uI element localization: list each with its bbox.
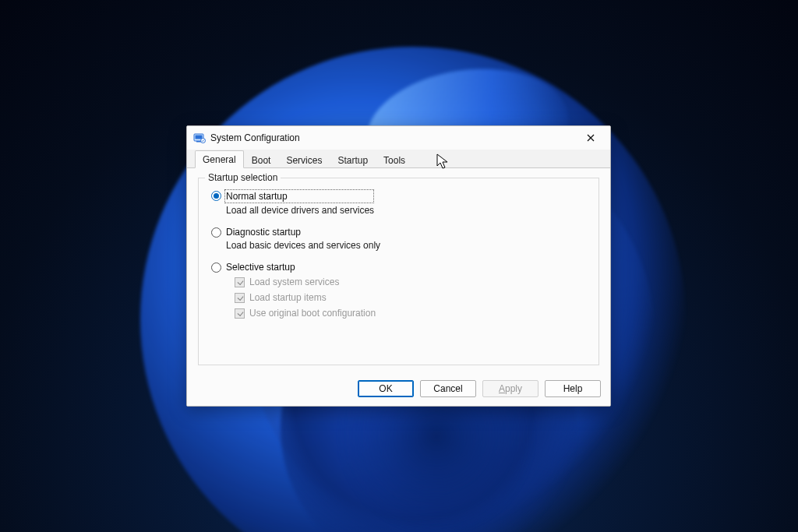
checkbox-label: Load startup items — [249, 292, 327, 303]
radio-label: Diagnostic startup — [226, 226, 380, 238]
radio-description: Load basic devices and services only — [226, 239, 380, 252]
titlebar[interactable]: System Configuration — [187, 126, 610, 150]
group-legend: Startup selection — [205, 172, 281, 183]
selective-suboptions: Load system services Load startup items … — [235, 277, 588, 319]
close-button[interactable] — [577, 129, 604, 147]
tab-general-panel: Startup selection Normal startup Load al… — [187, 168, 610, 372]
window-title: System Configuration — [210, 132, 300, 143]
radio-selective-startup[interactable]: Selective startup — [210, 261, 588, 273]
radio-icon — [211, 191, 221, 201]
tabstrip: General Boot Services Startup Tools — [187, 150, 610, 168]
dialog-footer: OK Cancel Apply Help — [187, 372, 610, 406]
checkbox-use-original-boot-config: Use original boot configuration — [235, 308, 588, 319]
tab-tools[interactable]: Tools — [376, 151, 413, 168]
cancel-button[interactable]: Cancel — [420, 380, 476, 397]
checkbox-label: Load system services — [249, 277, 339, 287]
apply-label-rest: pply — [505, 383, 522, 394]
system-configuration-window: System Configuration General Boot Servic… — [186, 125, 611, 407]
close-icon — [587, 134, 595, 142]
checkbox-label: Use original boot configuration — [249, 308, 376, 319]
checkbox-load-system-services: Load system services — [235, 277, 588, 287]
radio-diagnostic-startup[interactable]: Diagnostic startup Load basic devices an… — [210, 226, 588, 252]
radio-normal-startup[interactable]: Normal startup Load all device drivers a… — [210, 189, 588, 217]
radio-icon — [211, 227, 221, 238]
svg-rect-1 — [196, 136, 203, 139]
checkbox-load-startup-items: Load startup items — [235, 292, 588, 303]
msconfig-icon — [193, 132, 206, 144]
tab-general[interactable]: General — [195, 150, 244, 168]
startup-selection-group: Startup selection Normal startup Load al… — [198, 178, 599, 365]
checkbox-icon — [235, 277, 245, 287]
apply-button: Apply — [482, 380, 538, 397]
checkbox-icon — [235, 308, 245, 319]
tab-services[interactable]: Services — [278, 151, 330, 168]
help-button[interactable]: Help — [545, 380, 601, 397]
apply-accelerator: A — [499, 383, 505, 394]
ok-button[interactable]: OK — [358, 380, 414, 397]
tab-boot[interactable]: Boot — [244, 151, 279, 168]
radio-icon — [211, 262, 221, 273]
radio-description: Load all device drivers and services — [226, 204, 374, 217]
radio-label: Normal startup — [224, 189, 374, 203]
desktop-background: System Configuration General Boot Servic… — [0, 0, 798, 532]
tab-startup[interactable]: Startup — [330, 151, 376, 168]
checkbox-icon — [235, 293, 245, 303]
radio-label: Selective startup — [226, 261, 295, 273]
